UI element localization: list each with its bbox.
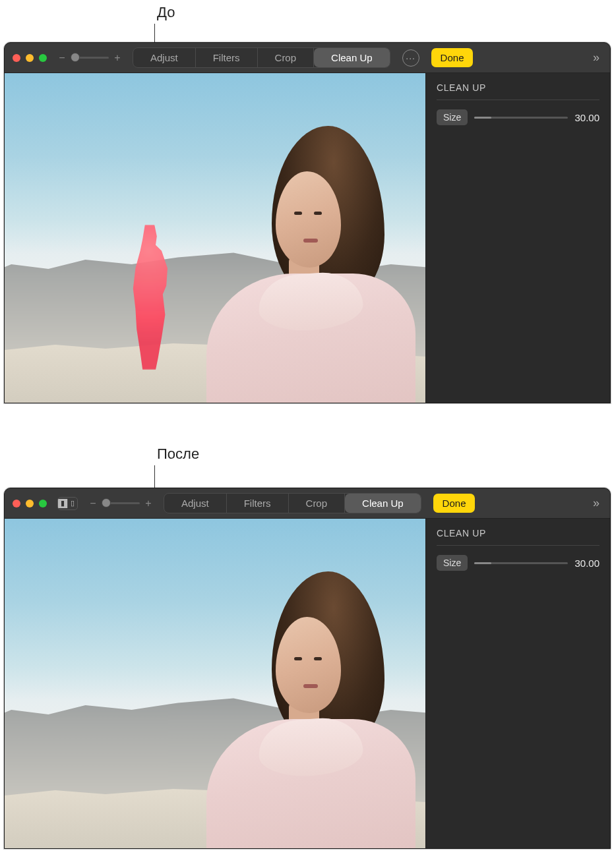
edit-tabs: Adjust Filters Crop Clean Up [164, 493, 421, 513]
tab-crop[interactable]: Crop [258, 48, 315, 67]
cleanup-sidebar: CLEAN UP Size 30.00 [425, 519, 610, 848]
photo-subject [193, 126, 411, 403]
zoom-in-icon[interactable]: + [144, 498, 153, 509]
compare-edited-icon: ▯ [68, 499, 77, 508]
tab-adjust[interactable]: Adjust [164, 494, 227, 513]
titlebar: ▮ ▯ − + Adjust Filters Crop Clean Up Don… [5, 488, 610, 519]
zoom-slider[interactable]: − + [88, 498, 153, 509]
more-options-icon[interactable]: ··· [402, 49, 419, 67]
traffic-lights [13, 500, 47, 507]
size-label: Size [437, 555, 468, 571]
close-icon[interactable] [13, 500, 20, 507]
photo-canvas[interactable] [5, 519, 425, 848]
size-row: Size 30.00 [437, 109, 599, 125]
tab-filters[interactable]: Filters [227, 494, 289, 513]
zoom-slider[interactable]: − + [57, 52, 122, 64]
photo-subject [193, 571, 411, 848]
size-label: Size [437, 109, 468, 125]
cleanup-selection-overlay [120, 225, 179, 370]
zoom-in-icon[interactable]: + [113, 52, 122, 64]
photo-canvas[interactable] [5, 73, 425, 403]
zoom-out-icon[interactable]: − [57, 52, 67, 64]
photos-editor-window-before: − + Adjust Filters Crop Clean Up ··· Don… [4, 42, 611, 403]
compare-toggle[interactable]: ▮ ▯ [57, 497, 78, 510]
size-slider[interactable] [474, 117, 568, 119]
sidebar-title: CLEAN UP [437, 82, 599, 93]
size-value: 30.00 [574, 112, 599, 123]
divider [437, 545, 599, 546]
callout-after-label: После [157, 446, 199, 463]
tab-crop[interactable]: Crop [289, 494, 346, 513]
traffic-lights [13, 54, 47, 62]
cleanup-sidebar: CLEAN UP Size 30.00 [425, 73, 610, 403]
edit-tabs: Adjust Filters Crop Clean Up [133, 47, 390, 68]
fullscreen-icon[interactable] [39, 500, 47, 507]
overflow-icon[interactable]: » [590, 51, 602, 65]
tab-adjust[interactable]: Adjust [133, 48, 196, 67]
size-row: Size 30.00 [437, 555, 599, 571]
minimize-icon[interactable] [26, 500, 34, 507]
tab-cleanup[interactable]: Clean Up [314, 48, 390, 67]
overflow-icon[interactable]: » [590, 496, 602, 510]
size-value: 30.00 [574, 558, 599, 569]
tab-cleanup[interactable]: Clean Up [345, 494, 421, 513]
size-slider[interactable] [474, 562, 568, 564]
compare-original-icon: ▮ [58, 499, 67, 508]
tab-filters[interactable]: Filters [196, 48, 258, 67]
titlebar: − + Adjust Filters Crop Clean Up ··· Don… [5, 43, 610, 73]
minimize-icon[interactable] [26, 54, 34, 62]
divider [437, 100, 599, 100]
photos-editor-window-after: ▮ ▯ − + Adjust Filters Crop Clean Up Don… [4, 488, 611, 849]
close-icon[interactable] [13, 54, 20, 62]
done-button[interactable]: Done [431, 48, 474, 67]
sidebar-title: CLEAN UP [437, 528, 599, 538]
done-button[interactable]: Done [433, 494, 476, 513]
fullscreen-icon[interactable] [39, 54, 47, 62]
callout-before-label: До [157, 4, 175, 21]
zoom-out-icon[interactable]: − [88, 498, 98, 509]
